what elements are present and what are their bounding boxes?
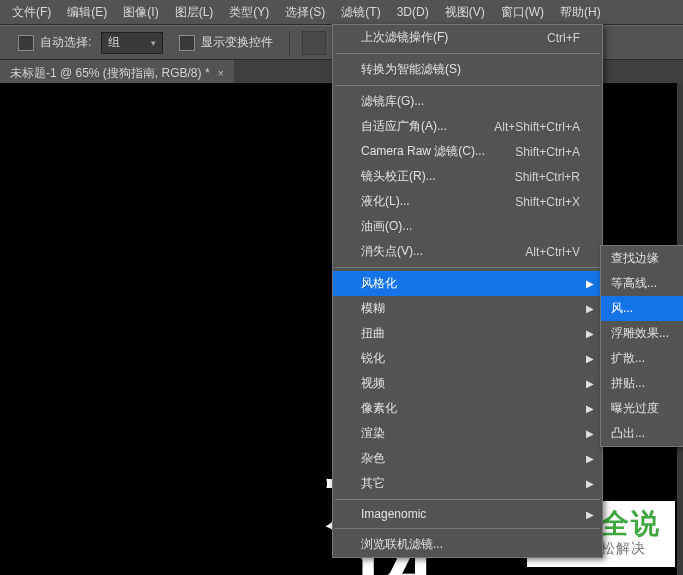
menu-filter[interactable]: 滤镜(T) xyxy=(333,0,388,24)
submenu-diffuse[interactable]: 扩散... xyxy=(601,346,683,371)
submenu-extrude[interactable]: 凸出... xyxy=(601,421,683,446)
menu-distort[interactable]: 扭曲 ▶ xyxy=(333,321,602,346)
menu-item-label: 浏览联机滤镜... xyxy=(361,536,443,553)
menu-item-label: 液化(L)... xyxy=(361,193,410,210)
chevron-right-icon: ▶ xyxy=(586,278,594,289)
menu-item-label: 渲染 xyxy=(361,425,385,442)
close-icon[interactable]: × xyxy=(218,67,224,79)
stylize-submenu: 查找边缘 等高线... 风... 浮雕效果... 扩散... 拼贴... 曝光过… xyxy=(600,245,683,447)
menu-item-label: 风格化 xyxy=(361,275,397,292)
menu-render[interactable]: 渲染 ▶ xyxy=(333,421,602,446)
menu-help[interactable]: 帮助(H) xyxy=(552,0,609,24)
menu-item-shortcut: Alt+Shift+Ctrl+A xyxy=(494,120,580,134)
menu-other[interactable]: 其它 ▶ xyxy=(333,471,602,496)
show-transform-checkbox[interactable]: 显示变换控件 xyxy=(179,34,273,51)
checkbox-icon xyxy=(18,35,34,51)
menu-item-label: 上次滤镜操作(F) xyxy=(361,29,448,46)
menu-edit[interactable]: 编辑(E) xyxy=(59,0,115,24)
menu-3d[interactable]: 3D(D) xyxy=(389,0,437,24)
chevron-down-icon: ▾ xyxy=(151,38,156,48)
menu-oil-paint[interactable]: 油画(O)... xyxy=(333,214,602,239)
submenu-wind[interactable]: 风... xyxy=(601,296,683,321)
menu-video[interactable]: 视频 ▶ xyxy=(333,371,602,396)
chevron-right-icon: ▶ xyxy=(586,478,594,489)
menu-liquify[interactable]: 液化(L)... Shift+Ctrl+X xyxy=(333,189,602,214)
submenu-contour[interactable]: 等高线... xyxy=(601,271,683,296)
menu-adaptive-wide-angle[interactable]: 自适应广角(A)... Alt+Shift+Ctrl+A xyxy=(333,114,602,139)
group-dropdown[interactable]: 组 ▾ xyxy=(101,32,163,54)
auto-select-checkbox[interactable]: 自动选择: xyxy=(18,34,91,51)
chevron-right-icon: ▶ xyxy=(586,428,594,439)
menu-file[interactable]: 文件(F) xyxy=(4,0,59,24)
separator xyxy=(335,53,600,54)
menu-browse-online[interactable]: 浏览联机滤镜... xyxy=(333,532,602,557)
menu-item-label: 消失点(V)... xyxy=(361,243,423,260)
menu-item-label: 模糊 xyxy=(361,300,385,317)
separator xyxy=(335,499,600,500)
checkbox-icon xyxy=(179,35,195,51)
menu-item-label: 转换为智能滤镜(S) xyxy=(361,61,461,78)
menu-item-shortcut: Shift+Ctrl+A xyxy=(515,145,580,159)
menu-item-shortcut: Ctrl+F xyxy=(547,31,580,45)
menu-sharpen[interactable]: 锐化 ▶ xyxy=(333,346,602,371)
separator xyxy=(289,31,290,55)
menu-stylize[interactable]: 风格化 ▶ xyxy=(333,271,602,296)
align-icons-group xyxy=(302,31,326,55)
menu-blur[interactable]: 模糊 ▶ xyxy=(333,296,602,321)
menu-image[interactable]: 图像(I) xyxy=(115,0,166,24)
menu-filter-gallery[interactable]: 滤镜库(G)... xyxy=(333,89,602,114)
menu-item-label: 自适应广角(A)... xyxy=(361,118,447,135)
menu-item-shortcut: Shift+Ctrl+R xyxy=(515,170,580,184)
menu-lens-correction[interactable]: 镜头校正(R)... Shift+Ctrl+R xyxy=(333,164,602,189)
menu-item-label: 扭曲 xyxy=(361,325,385,342)
chevron-right-icon: ▶ xyxy=(586,328,594,339)
menu-view[interactable]: 视图(V) xyxy=(437,0,493,24)
menu-vanishing-point[interactable]: 消失点(V)... Alt+Ctrl+V xyxy=(333,239,602,264)
menu-item-shortcut: Alt+Ctrl+V xyxy=(525,245,580,259)
separator xyxy=(335,528,600,529)
menu-smart-filter[interactable]: 转换为智能滤镜(S) xyxy=(333,57,602,82)
document-tab-title: 未标题-1 @ 65% (搜狗指南, RGB/8) * xyxy=(10,65,210,82)
separator xyxy=(335,85,600,86)
show-transform-label: 显示变换控件 xyxy=(201,34,273,51)
filter-dropdown: 上次滤镜操作(F) Ctrl+F 转换为智能滤镜(S) 滤镜库(G)... 自适… xyxy=(332,24,603,558)
auto-select-label: 自动选择: xyxy=(40,34,91,51)
menu-item-label: Camera Raw 滤镜(C)... xyxy=(361,143,485,160)
menu-last-filter[interactable]: 上次滤镜操作(F) Ctrl+F xyxy=(333,25,602,50)
submenu-tiles[interactable]: 拼贴... xyxy=(601,371,683,396)
menu-item-label: 像素化 xyxy=(361,400,397,417)
menu-item-label: 其它 xyxy=(361,475,385,492)
chevron-right-icon: ▶ xyxy=(586,509,594,520)
group-dropdown-value: 组 xyxy=(108,34,120,51)
separator xyxy=(335,267,600,268)
menu-noise[interactable]: 杂色 ▶ xyxy=(333,446,602,471)
menu-item-label: Imagenomic xyxy=(361,507,426,521)
chevron-right-icon: ▶ xyxy=(586,378,594,389)
align-icon[interactable] xyxy=(302,31,326,55)
menu-window[interactable]: 窗口(W) xyxy=(493,0,552,24)
menu-item-label: 镜头校正(R)... xyxy=(361,168,436,185)
menubar: 文件(F) 编辑(E) 图像(I) 图层(L) 类型(Y) 选择(S) 滤镜(T… xyxy=(0,0,683,25)
menu-item-shortcut: Shift+Ctrl+X xyxy=(515,195,580,209)
submenu-find-edges[interactable]: 查找边缘 xyxy=(601,246,683,271)
chevron-right-icon: ▶ xyxy=(586,453,594,464)
menu-item-label: 锐化 xyxy=(361,350,385,367)
menu-type[interactable]: 类型(Y) xyxy=(221,0,277,24)
submenu-emboss[interactable]: 浮雕效果... xyxy=(601,321,683,346)
menu-camera-raw[interactable]: Camera Raw 滤镜(C)... Shift+Ctrl+A xyxy=(333,139,602,164)
menu-imagenomic[interactable]: Imagenomic ▶ xyxy=(333,503,602,525)
submenu-solarize[interactable]: 曝光过度 xyxy=(601,396,683,421)
chevron-right-icon: ▶ xyxy=(586,403,594,414)
menu-item-label: 杂色 xyxy=(361,450,385,467)
menu-item-label: 滤镜库(G)... xyxy=(361,93,424,110)
chevron-right-icon: ▶ xyxy=(586,353,594,364)
menu-item-label: 油画(O)... xyxy=(361,218,412,235)
menu-layer[interactable]: 图层(L) xyxy=(167,0,222,24)
menu-select[interactable]: 选择(S) xyxy=(277,0,333,24)
menu-item-label: 视频 xyxy=(361,375,385,392)
menu-pixelate[interactable]: 像素化 ▶ xyxy=(333,396,602,421)
chevron-right-icon: ▶ xyxy=(586,303,594,314)
